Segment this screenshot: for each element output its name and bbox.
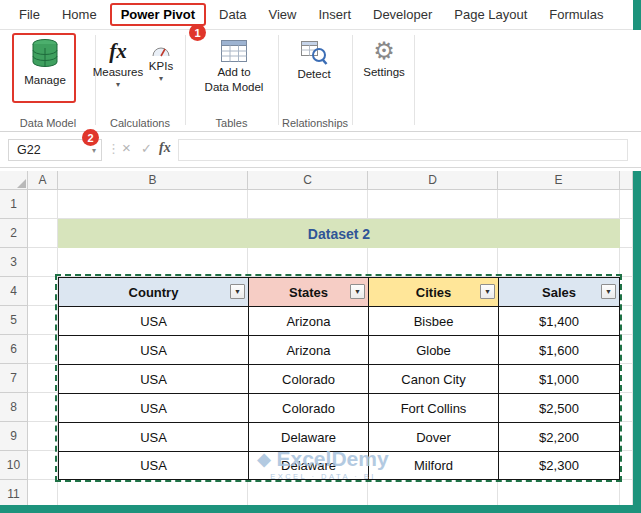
- cell[interactable]: [28, 335, 58, 364]
- cell[interactable]: [248, 248, 368, 277]
- filter-dropdown-button[interactable]: ▼: [601, 284, 616, 299]
- table-cell[interactable]: Fort Collins: [368, 393, 498, 422]
- tab-home[interactable]: Home: [51, 4, 108, 25]
- table-cell[interactable]: USA: [58, 306, 248, 335]
- kpis-button[interactable]: KPIs ▾: [140, 42, 182, 83]
- table-header-cities[interactable]: Cities▼: [368, 277, 498, 306]
- cell[interactable]: [620, 219, 633, 248]
- table-cell[interactable]: Delaware: [248, 422, 368, 451]
- cell[interactable]: [28, 219, 58, 248]
- table-cell[interactable]: Colorado: [248, 393, 368, 422]
- cell[interactable]: [28, 451, 58, 480]
- table-cell[interactable]: $1,400: [498, 306, 620, 335]
- column-header-D[interactable]: D: [368, 171, 498, 190]
- table-cell[interactable]: Bisbee: [368, 306, 498, 335]
- cell[interactable]: [620, 248, 633, 277]
- column-header-E[interactable]: E: [498, 171, 620, 190]
- cell[interactable]: [620, 422, 633, 451]
- table-cell[interactable]: $2,500: [498, 393, 620, 422]
- cell[interactable]: [498, 248, 620, 277]
- cell[interactable]: [28, 190, 58, 219]
- table-cell[interactable]: Milford: [368, 451, 498, 480]
- cell[interactable]: [620, 451, 633, 480]
- add-to-data-model-button[interactable]: Add to Data Model: [198, 38, 270, 94]
- filter-dropdown-button[interactable]: ▼: [230, 284, 245, 299]
- cell[interactable]: [248, 190, 368, 219]
- cell[interactable]: [368, 248, 498, 277]
- tab-file[interactable]: File: [8, 4, 51, 25]
- cell[interactable]: [28, 364, 58, 393]
- enter-icon[interactable]: ✓: [141, 141, 152, 156]
- cancel-icon[interactable]: ×: [122, 139, 131, 156]
- table-cell[interactable]: Globe: [368, 335, 498, 364]
- table-cell[interactable]: Dover: [368, 422, 498, 451]
- row-header-2[interactable]: 2: [0, 219, 28, 248]
- table-cell[interactable]: $2,300: [498, 451, 620, 480]
- column-header-partial[interactable]: [620, 171, 633, 190]
- column-header-A[interactable]: A: [28, 171, 58, 190]
- cell[interactable]: [620, 335, 633, 364]
- filter-dropdown-button[interactable]: ▼: [350, 284, 365, 299]
- cell[interactable]: [368, 480, 498, 505]
- settings-button[interactable]: ⚙ Settings: [356, 38, 412, 79]
- row-header-1[interactable]: 1: [0, 190, 28, 219]
- measures-button[interactable]: fx Measures ▾: [94, 38, 142, 89]
- column-header-B[interactable]: B: [58, 171, 248, 190]
- row-header-10[interactable]: 10: [0, 451, 28, 480]
- row-header-8[interactable]: 8: [0, 393, 28, 422]
- select-all-corner[interactable]: [0, 171, 28, 190]
- cell[interactable]: [28, 422, 58, 451]
- cell[interactable]: [498, 480, 620, 505]
- tab-page-layout[interactable]: Page Layout: [443, 4, 538, 25]
- formula-input[interactable]: [178, 139, 628, 161]
- cell[interactable]: [368, 190, 498, 219]
- table-cell[interactable]: USA: [58, 335, 248, 364]
- cell[interactable]: [620, 306, 633, 335]
- table-cell[interactable]: Delaware: [248, 451, 368, 480]
- table-cell[interactable]: USA: [58, 422, 248, 451]
- cell[interactable]: [620, 364, 633, 393]
- table-header-sales[interactable]: Sales▼: [498, 277, 620, 306]
- row-header-7[interactable]: 7: [0, 364, 28, 393]
- detect-button[interactable]: Detect: [288, 38, 340, 81]
- tab-power-pivot[interactable]: Power Pivot: [110, 3, 206, 26]
- tab-developer[interactable]: Developer: [362, 4, 443, 25]
- cell[interactable]: [58, 190, 248, 219]
- row-header-11[interactable]: 11: [0, 480, 28, 505]
- cell[interactable]: [58, 248, 248, 277]
- row-header-9[interactable]: 9: [0, 422, 28, 451]
- table-cell[interactable]: Colorado: [248, 364, 368, 393]
- chevron-down-icon[interactable]: ▾: [92, 146, 96, 155]
- cell[interactable]: [620, 277, 633, 306]
- row-header-3[interactable]: 3: [0, 248, 28, 277]
- dataset-title-cell[interactable]: Dataset 2: [58, 219, 620, 248]
- cell[interactable]: [28, 306, 58, 335]
- table-cell[interactable]: USA: [58, 364, 248, 393]
- table-cell[interactable]: Canon City: [368, 364, 498, 393]
- cell[interactable]: [28, 393, 58, 422]
- cell[interactable]: [28, 248, 58, 277]
- table-header-country[interactable]: Country▼: [58, 277, 248, 306]
- cell[interactable]: [498, 190, 620, 219]
- row-header-6[interactable]: 6: [0, 335, 28, 364]
- row-header-4[interactable]: 4: [0, 277, 28, 306]
- formula-bar-splitter-icon[interactable]: ⋮: [107, 141, 120, 156]
- tab-data[interactable]: Data: [208, 4, 257, 25]
- cell[interactable]: [28, 480, 58, 505]
- cell[interactable]: [620, 190, 633, 219]
- table-cell[interactable]: $1,600: [498, 335, 620, 364]
- filter-dropdown-button[interactable]: ▼: [480, 284, 495, 299]
- cell[interactable]: [620, 393, 633, 422]
- cell[interactable]: [248, 480, 368, 505]
- table-cell[interactable]: USA: [58, 393, 248, 422]
- table-cell[interactable]: $1,000: [498, 364, 620, 393]
- table-cell[interactable]: $2,200: [498, 422, 620, 451]
- row-header-5[interactable]: 5: [0, 306, 28, 335]
- insert-function-icon[interactable]: fx: [159, 140, 171, 156]
- table-cell[interactable]: USA: [58, 451, 248, 480]
- cell[interactable]: [28, 277, 58, 306]
- tab-insert[interactable]: Insert: [307, 4, 362, 25]
- column-header-C[interactable]: C: [248, 171, 368, 190]
- tab-formulas[interactable]: Formulas: [538, 4, 614, 25]
- tab-view[interactable]: View: [258, 4, 308, 25]
